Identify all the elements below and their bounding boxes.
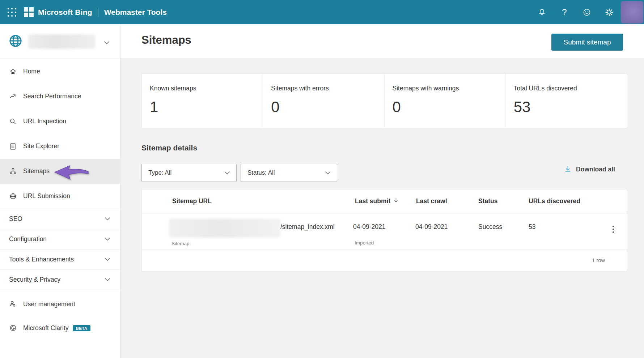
column-header-last-submit[interactable]: Last submit [355,197,398,205]
chevron-down-icon [105,258,110,261]
site-name-redacted-blur [28,34,95,49]
type-filter-value: Type: All [148,169,171,176]
settings-gear-icon[interactable] [603,6,616,19]
sidebar-section-security-privacy[interactable]: Security & Privacy [0,269,120,290]
sidebar-item-site-explorer[interactable]: Site Explorer [0,134,120,159]
feedback-smiley-icon[interactable] [580,6,593,19]
section-label: SEO [9,215,22,223]
status-filter-value: Status: All [247,169,275,176]
sitemap-url-suffix[interactable]: /sitemap_index.xml [280,223,335,231]
sitemaps-table: Sitemap URL Last submit Last crawl Statu… [141,189,627,272]
stat-label: Known sitemaps [150,85,263,92]
sidebar-sections: SEO Configuration Tools & Enhancements S… [0,209,120,290]
last-crawl-date: 04-09-2021 [415,223,448,231]
app-launcher-waffle-icon[interactable] [7,7,17,18]
stat-value: 0 [393,98,401,116]
status-value: Success [478,223,502,231]
status-filter-dropdown[interactable]: Status: All [241,164,337,182]
table-row[interactable]: /sitemap_index.xml Sitemap 04-09-2021 Im… [142,213,627,250]
chevron-down-icon [225,171,230,175]
sidebar: Home Search Performance URL Inspection [0,24,120,358]
sitemap-details-heading: Sitemap details [141,144,197,152]
chevron-down-icon [325,171,330,175]
section-label: Security & Privacy [9,276,60,284]
sidebar-item-label: URL Inspection [23,118,66,125]
stats-summary-row: Known sitemaps 1 Sitemaps with errors 0 … [141,73,627,128]
stat-value: 0 [271,98,279,116]
site-globe-icon [8,33,23,50]
table-header-row: Sitemap URL Last submit Last crawl Statu… [142,189,627,213]
table-footer: 1 row [142,250,627,271]
top-app-bar: Microsoft Bing Webmaster Tools ? [0,0,644,24]
sitemap-url-redacted-blur [169,219,280,238]
sidebar-item-label: Home [23,68,40,75]
sidebar-item-label: URL Submission [23,192,70,200]
sidebar-item-label: Site Explorer [23,142,59,150]
page-title: Sitemaps [141,34,191,47]
sidebar-nav: Home Search Performance URL Inspection [0,59,120,209]
section-label: Tools & Enhancements [9,256,74,263]
sidebar-item-search-performance[interactable]: Search Performance [0,84,120,109]
row-count: 1 row [592,257,605,263]
download-all-button[interactable]: Download all [564,165,615,174]
chevron-down-icon [105,238,110,241]
site-selector-chevron-down-icon [104,39,109,46]
help-icon[interactable]: ? [558,6,571,19]
clarity-icon [9,324,18,332]
stat-label: Total URLs discovered [514,85,627,92]
main-content: Sitemaps Submit sitemap Known sitemaps 1… [120,24,644,358]
site-selector[interactable] [0,24,120,59]
stat-value: 1 [150,98,158,116]
microsoft-logo-icon [24,7,34,17]
sidebar-section-seo[interactable]: SEO [0,209,120,229]
stat-sitemaps-with-warnings: Sitemaps with warnings 0 [384,74,505,128]
user-avatar[interactable] [621,1,643,24]
brand-divider [98,8,98,17]
column-header-status[interactable]: Status [478,197,497,205]
stat-total-urls-discovered: Total URLs discovered 53 [505,74,627,128]
row-kebab-menu-icon[interactable] [609,224,617,237]
sidebar-item-microsoft-clarity[interactable]: Microsoft Clarity BETA [0,316,120,340]
sidebar-item-label: Sitemaps [23,167,50,175]
submit-source: Imported [355,240,374,246]
avatar-redacted-blur [621,1,643,24]
stat-label: Sitemaps with errors [271,85,384,92]
sidebar-item-url-inspection[interactable]: URL Inspection [0,109,120,134]
column-label: Last submit [355,197,390,205]
sidebar-item-user-management[interactable]: User management [0,292,120,316]
sidebar-item-home[interactable]: Home [0,59,120,84]
sidebar-item-label: User management [23,301,75,308]
sidebar-section-configuration[interactable]: Configuration [0,229,120,249]
chevron-down-icon [105,217,110,221]
magnifier-icon [9,117,18,126]
sidebar-footer: User management Microsoft Clarity BETA [0,290,120,340]
type-filter-dropdown[interactable]: Type: All [141,164,237,182]
submit-sitemap-button[interactable]: Submit sitemap [551,34,623,51]
stat-sitemaps-with-errors: Sitemaps with errors 0 [263,74,384,128]
sidebar-item-label: Microsoft Clarity [23,324,68,332]
chevron-down-icon [105,278,110,281]
column-header-urls-discovered[interactable]: URLs discovered [529,197,580,205]
product-name: Webmaster Tools [104,8,167,17]
sidebar-item-label: Search Performance [23,93,81,100]
sidebar-section-tools-enhancements[interactable]: Tools & Enhancements [0,249,120,269]
stat-label: Sitemaps with warnings [393,85,505,92]
column-header-last-crawl[interactable]: Last crawl [416,197,447,205]
sidebar-item-url-submission[interactable]: URL Submission [0,184,120,209]
page-header: Sitemaps Submit sitemap [120,24,644,58]
urls-discovered-value: 53 [529,223,535,231]
download-icon [564,165,571,174]
download-all-label: Download all [576,166,615,173]
beta-badge: BETA [73,325,90,331]
section-label: Configuration [9,235,47,243]
column-header-sitemap-url[interactable]: Sitemap URL [172,197,212,205]
brand-name: Microsoft Bing [38,8,92,17]
sitemap-type-label: Sitemap [171,241,190,246]
last-submit-date: 04-09-2021 [353,223,386,231]
user-management-icon [9,300,18,308]
home-icon [9,67,18,76]
sidebar-item-sitemaps[interactable]: Sitemaps [0,159,120,184]
globe-icon [9,192,18,201]
notifications-bell-icon[interactable] [535,6,548,19]
document-list-icon [9,142,18,151]
